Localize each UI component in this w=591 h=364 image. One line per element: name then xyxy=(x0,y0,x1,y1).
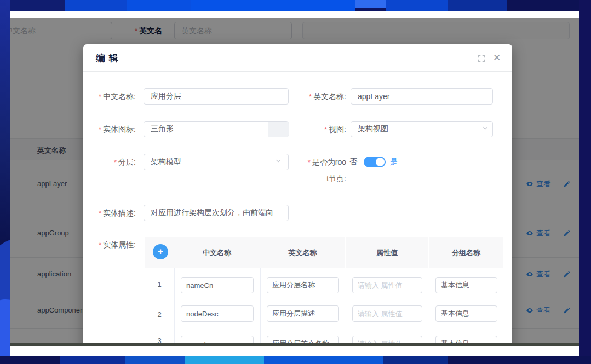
is-root-label-line2: t节点: xyxy=(289,174,346,184)
toggle-knob xyxy=(376,158,385,166)
table-divider xyxy=(346,268,346,346)
attr-name-en-input[interactable] xyxy=(267,277,339,293)
deco-top-band-7 xyxy=(448,0,507,11)
table-divider xyxy=(174,268,175,346)
layer-label: *分层: xyxy=(83,158,136,167)
is-root-label-line1: *是否为roo xyxy=(289,158,346,167)
name-cn-label: *中文名称: xyxy=(83,92,136,102)
required-asterisk: * xyxy=(99,125,101,134)
attr-table-header-name-cn: 中文名称 xyxy=(174,237,260,268)
required-asterisk: * xyxy=(99,241,101,249)
row-index: 2 xyxy=(145,301,174,328)
name-cn-input[interactable] xyxy=(144,88,289,105)
deco-bottom-band-5 xyxy=(264,356,383,364)
required-asterisk: * xyxy=(114,158,117,166)
layer-select[interactable] xyxy=(144,154,289,170)
attr-value-input[interactable] xyxy=(352,305,422,322)
required-asterisk: * xyxy=(99,93,101,101)
is-root-control: 否 是 xyxy=(349,154,398,170)
attr-table-header-name-en: 英文名称 xyxy=(260,237,346,268)
deco-bottom-band-2 xyxy=(60,356,125,364)
deco-bottom-band-4 xyxy=(185,356,264,364)
deco-top-band-4 xyxy=(191,0,355,11)
deco-bottom-band-7 xyxy=(448,356,591,364)
view-label: *视图: xyxy=(289,125,346,135)
required-asterisk: * xyxy=(308,158,311,166)
root-toggle-switch[interactable] xyxy=(364,157,386,167)
attr-group-input[interactable] xyxy=(435,277,497,293)
edit-modal: 编辑 ✕ *中文名称: *英文名称: *实体图标: *视图: xyxy=(83,44,512,346)
app-screenshot-card: *英文名 英文名称 appLayer appGroup application … xyxy=(10,11,579,356)
deco-bottom-band-1 xyxy=(0,356,60,364)
row-index: 1 xyxy=(145,268,174,301)
close-icon[interactable]: ✕ xyxy=(493,52,501,63)
deco-top-band-2 xyxy=(65,0,127,11)
table-divider xyxy=(429,268,429,346)
table-divider xyxy=(260,268,261,346)
attr-table-header-attr-value: 属性值 xyxy=(346,237,429,268)
attribute-table: + 中文名称 英文名称 属性值 分组名称 1 2 xyxy=(145,237,504,346)
view-select[interactable] xyxy=(351,121,493,137)
add-attribute-button[interactable]: + xyxy=(153,244,168,259)
deco-bottom-band-3 xyxy=(125,356,185,364)
attr-value-input[interactable] xyxy=(352,277,422,293)
required-asterisk: * xyxy=(99,209,101,217)
entity-icon-picker[interactable] xyxy=(268,122,289,137)
attr-group-input[interactable] xyxy=(435,305,497,322)
attr-table-header-group: 分组名称 xyxy=(429,237,504,268)
table-row-divider xyxy=(145,328,504,328)
name-en-label: *英文名称: xyxy=(289,92,346,102)
screenshot-crop-edge xyxy=(10,343,579,346)
modal-title: 编辑 xyxy=(96,52,122,65)
deco-top-band-5 xyxy=(355,0,386,8)
toggle-on-text: 是 xyxy=(390,157,398,167)
deco-right-frame xyxy=(579,0,591,364)
name-en-input[interactable] xyxy=(351,88,493,105)
attr-name-cn-input[interactable] xyxy=(181,305,254,322)
attr-name-cn-input[interactable] xyxy=(181,277,254,293)
deco-top-band-6 xyxy=(386,0,448,11)
fullscreen-icon[interactable] xyxy=(478,55,485,65)
deco-bottom-band-6 xyxy=(383,356,448,364)
toggle-off-text: 否 xyxy=(349,157,357,167)
required-asterisk: * xyxy=(324,125,327,134)
table-row-divider xyxy=(145,301,504,301)
entity-desc-input[interactable] xyxy=(144,205,289,221)
entity-attrs-label: *实体属性: xyxy=(83,240,136,250)
entity-icon-label: *实体图标: xyxy=(83,125,136,135)
attr-table-header-add: + xyxy=(145,237,174,268)
entity-desc-label: *实体描述: xyxy=(83,209,136,218)
chevron-down-icon xyxy=(274,157,282,167)
chevron-down-icon xyxy=(481,124,489,134)
modal-header: 编辑 ✕ xyxy=(83,44,512,72)
entity-icon-input[interactable] xyxy=(144,121,289,137)
required-asterisk: * xyxy=(309,93,312,101)
deco-top-band-3 xyxy=(127,0,191,11)
app-viewport: *英文名 英文名称 appLayer appGroup application … xyxy=(10,18,579,346)
attr-name-en-input[interactable] xyxy=(267,305,339,322)
